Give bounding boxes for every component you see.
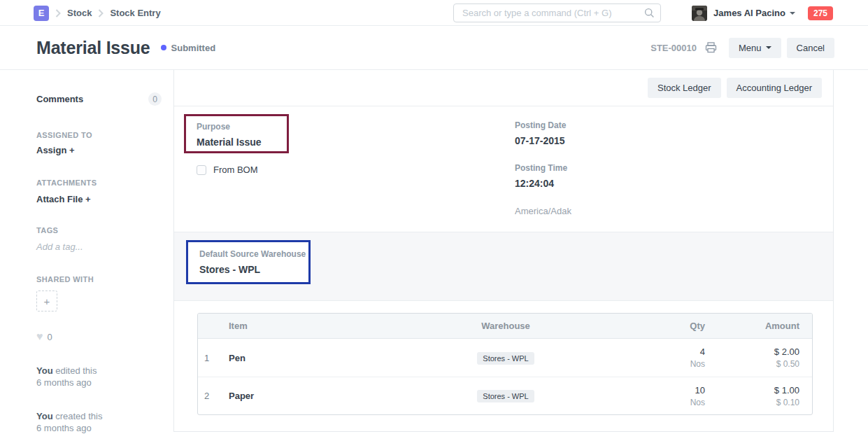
tags-label: TAGS xyxy=(36,226,58,234)
page-header: Material Issue Submitted STE-00010 Menu … xyxy=(0,26,868,70)
activity-actor: You xyxy=(36,411,53,421)
like-button[interactable]: ♥ 0 xyxy=(36,331,52,342)
section-purpose: Purpose Material Issue From BOM Posting … xyxy=(174,106,833,232)
uom-value: Nos xyxy=(607,398,705,407)
ledger-links-bar: Stock Ledger Accounting Ledger xyxy=(174,70,833,106)
items-table-header: Item Warehouse Qty Amount xyxy=(198,314,812,339)
attachments-label: ATTACHMENTS xyxy=(36,178,97,187)
assign-button[interactable]: Assign + xyxy=(36,145,75,155)
checkbox-icon[interactable] xyxy=(197,165,206,175)
user-area: James Al Pacino 275 xyxy=(692,0,833,26)
activity-when: 6 months ago xyxy=(36,377,97,388)
comments-count-badge: 0 xyxy=(148,92,162,106)
like-count: 0 xyxy=(48,332,52,342)
item-name: Paper xyxy=(219,391,404,401)
page-actions: STE-00010 Menu Cancel xyxy=(650,38,834,58)
posting-date-label: Posting Date xyxy=(515,120,571,130)
amount-value: $ 1.00 xyxy=(705,385,799,396)
attach-file-label: Attach File xyxy=(36,194,83,204)
breadcrumb-stock-entry[interactable]: Stock Entry xyxy=(110,8,160,18)
activity-action: created this xyxy=(55,411,102,421)
chevron-right-icon xyxy=(98,9,104,18)
app-logo-letter: E xyxy=(38,8,45,18)
page-title: Material Issue xyxy=(36,38,150,58)
rate-value: $ 0.50 xyxy=(705,359,799,369)
activity-action: edited this xyxy=(55,365,97,376)
plus-icon: + xyxy=(69,145,75,155)
purpose-value: Material Issue xyxy=(197,136,287,148)
user-avatar[interactable] xyxy=(692,6,707,21)
column-item: Item xyxy=(219,321,404,331)
plus-icon: + xyxy=(85,194,91,204)
form-sidebar: Comments 0 ASSIGNED TO Assign + ATTACHME… xyxy=(0,70,173,434)
items-table: Item Warehouse Qty Amount 1 Pen Stores -… xyxy=(197,313,813,415)
activity-when: 6 months ago xyxy=(36,422,102,434)
posting-time-label: Posting Time xyxy=(515,163,571,173)
share-add-button[interactable]: + xyxy=(36,290,57,312)
status-badge: Submitted xyxy=(171,43,216,53)
chevron-down-icon xyxy=(790,12,795,15)
posting-date-value[interactable]: 07-17-2015 xyxy=(515,135,571,146)
row-index: 2 xyxy=(198,391,219,401)
activity-actor: You xyxy=(36,365,53,376)
user-menu[interactable]: James Al Pacino xyxy=(713,8,785,18)
rate-value: $ 0.10 xyxy=(705,398,799,407)
source-warehouse-field[interactable]: Default Source Warehouse Stores - WPL xyxy=(186,240,311,284)
assigned-to-label: ASSIGNED TO xyxy=(36,131,92,139)
section-items: Item Warehouse Qty Amount 1 Pen Stores -… xyxy=(174,301,833,431)
uom-value: Nos xyxy=(607,359,705,369)
timezone-text: America/Adak xyxy=(515,206,571,216)
table-row[interactable]: 1 Pen Stores - WPL 4 Nos $ 2.00 $ 0.50 xyxy=(198,339,812,377)
chevron-down-icon xyxy=(766,46,771,49)
column-amount: Amount xyxy=(705,321,813,331)
notifications-badge[interactable]: 275 xyxy=(808,6,833,20)
accounting-ledger-button[interactable]: Accounting Ledger xyxy=(727,78,822,98)
activity-created: You created this 6 months ago xyxy=(36,410,102,434)
source-warehouse-label: Default Source Warehouse xyxy=(199,249,308,259)
purpose-label: Purpose xyxy=(197,122,287,132)
section-warehouse: Default Source Warehouse Stores - WPL xyxy=(174,232,833,301)
stock-ledger-button[interactable]: Stock Ledger xyxy=(648,78,721,98)
activity-edited: You edited this 6 months ago xyxy=(36,365,97,388)
item-name: Pen xyxy=(219,353,404,363)
warehouse-badge: Stores - WPL xyxy=(477,352,534,365)
document-id: STE-00010 xyxy=(650,43,697,53)
posting-time-value[interactable]: 12:24:04 xyxy=(515,178,571,189)
chevron-right-icon xyxy=(55,9,61,18)
qty-value: 4 xyxy=(607,346,705,357)
status-indicator-dot xyxy=(161,45,166,50)
menu-button-label: Menu xyxy=(739,43,762,53)
search-icon xyxy=(644,8,655,21)
assign-label: Assign xyxy=(36,145,66,155)
menu-button[interactable]: Menu xyxy=(729,38,781,58)
global-search xyxy=(453,4,661,22)
form-body: Stock Ledger Accounting Ledger Purpose M… xyxy=(173,70,834,432)
cancel-button[interactable]: Cancel xyxy=(787,38,834,58)
breadcrumb-stock[interactable]: Stock xyxy=(67,8,92,18)
app-logo[interactable]: E xyxy=(34,6,49,21)
qty-value: 10 xyxy=(607,385,705,396)
from-bom-label: From BOM xyxy=(213,164,258,175)
posting-column: Posting Date 07-17-2015 Posting Time 12:… xyxy=(515,120,571,216)
breadcrumb: E Stock Stock Entry xyxy=(34,0,161,26)
amount-value: $ 2.00 xyxy=(705,346,799,357)
shared-with-label: SHARED WITH xyxy=(36,275,94,284)
attach-file-button[interactable]: Attach File + xyxy=(36,194,91,204)
heart-icon: ♥ xyxy=(36,331,43,342)
warehouse-badge: Stores - WPL xyxy=(477,390,534,402)
table-row[interactable]: 2 Paper Stores - WPL 10 Nos $ 1.00 $ 0.1… xyxy=(198,377,812,414)
sidebar-item-comments[interactable]: Comments 0 xyxy=(36,92,162,106)
purpose-field[interactable]: Purpose Material Issue xyxy=(184,114,289,153)
app-window: E Stock Stock Entry James Al Pacino 275 xyxy=(0,0,868,434)
navbar: E Stock Stock Entry James Al Pacino 275 xyxy=(0,0,868,26)
from-bom-checkbox[interactable]: From BOM xyxy=(197,164,258,175)
comments-label: Comments xyxy=(36,94,83,104)
plus-icon: + xyxy=(44,295,50,307)
row-index: 1 xyxy=(198,353,219,363)
print-icon[interactable] xyxy=(705,42,717,53)
column-warehouse: Warehouse xyxy=(404,321,607,331)
add-tag-input[interactable]: Add a tag... xyxy=(36,241,83,252)
column-qty: Qty xyxy=(607,321,705,331)
search-input[interactable] xyxy=(453,4,661,22)
source-warehouse-value: Stores - WPL xyxy=(199,264,308,275)
